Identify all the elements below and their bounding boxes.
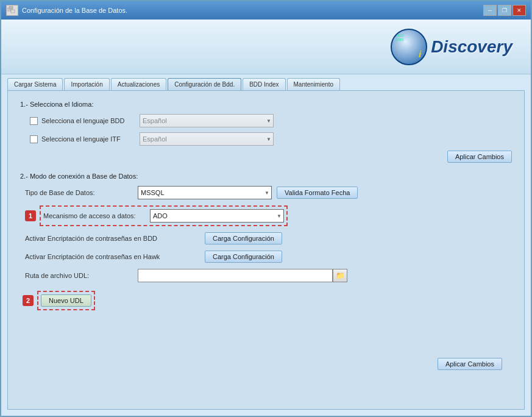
itf-language-label: Selecciona el lenguaje ITF [30, 135, 140, 143]
svg-rect-2 [11, 10, 15, 13]
header-area: 01101001 i Discovery [1, 20, 531, 74]
bdd-language-checkbox[interactable] [30, 117, 38, 125]
window-title: Configuración de la Base de Datos. [22, 7, 127, 14]
db-type-row: Tipo de Base de Datos: MSSQL MySQL Oracl… [25, 186, 512, 199]
access-mechanism-row: 1 Mecanismo de acceso a datos: ADO DAO O… [25, 205, 512, 226]
badge-1: 1 [25, 210, 36, 221]
tab-mantenimiento[interactable]: Mantenimiento [287, 78, 341, 90]
db-type-select[interactable]: MSSQL MySQL Oracle [138, 186, 272, 199]
logo-text: Discovery [431, 37, 512, 57]
title-bar: Configuración de la Base de Datos. ─ ❐ ✕ [1, 1, 531, 20]
udl-path-row: Ruta de archivo UDL: 📁 [25, 269, 512, 282]
close-button[interactable]: ✕ [512, 5, 526, 16]
udl-browse-button[interactable]: 📁 [333, 269, 347, 282]
logo-circle: 01101001 i [391, 29, 427, 65]
udl-input[interactable] [138, 269, 333, 282]
section2-title: 2.- Modo de conexión a Base de Datos: [20, 173, 512, 180]
logo-area: 01101001 i Discovery [391, 29, 512, 65]
restore-button[interactable]: ❐ [498, 5, 511, 16]
section1-apply-button[interactable]: Aplicar Cambios [447, 151, 512, 163]
bdd-language-select[interactable]: Español [140, 114, 274, 127]
validate-date-button[interactable]: Valida Formato Fecha [277, 187, 358, 199]
section2-apply-button[interactable]: Aplicar Cambios [438, 358, 502, 370]
encrypt-hawk-button[interactable]: Carga Configuración [205, 251, 282, 263]
encrypt-hawk-row: Activar Encriptación de contraseñas en H… [25, 251, 512, 263]
tab-importacion[interactable]: Importación [64, 78, 109, 90]
logo-bits: 01101001 [395, 34, 403, 42]
itf-language-row: Selecciona el lenguaje ITF Español [30, 132, 512, 146]
tab-actualizaciones[interactable]: Actualizaciones [111, 78, 166, 90]
db-type-label: Tipo de Base de Datos: [25, 189, 138, 196]
access-select-wrapper: ADO DAO ODBC [150, 209, 284, 223]
db-type-select-wrapper: MSSQL MySQL Oracle [138, 186, 272, 199]
logo-i-icon: i [419, 49, 421, 59]
nuevo-udl-row: 2 Nuevo UDL [23, 291, 512, 310]
itf-language-select-wrapper: Español [140, 132, 274, 146]
itf-language-select[interactable]: Español [140, 132, 274, 146]
udl-label: Ruta de archivo UDL: [25, 272, 138, 279]
badge-2: 2 [23, 295, 34, 306]
content-area: 1.- Selecciona el Idioma: Selecciona el … [7, 90, 525, 410]
svg-rect-1 [9, 6, 13, 9]
access-label: Mecanismo de acceso a datos: [43, 212, 150, 219]
section1-apply-row: Aplicar Cambios [20, 151, 512, 163]
title-bar-left: Configuración de la Base de Datos. [6, 5, 127, 16]
title-bar-buttons: ─ ❐ ✕ [483, 5, 526, 16]
tabs-bar: Cargar Sistema Importación Actualizacion… [1, 74, 531, 90]
main-window: Configuración de la Base de Datos. ─ ❐ ✕… [0, 0, 532, 417]
access-highlight-box: Mecanismo de acceso a datos: ADO DAO ODB… [40, 205, 288, 226]
spacer [20, 316, 512, 353]
itf-language-checkbox[interactable] [30, 135, 38, 143]
access-select[interactable]: ADO DAO ODBC [150, 209, 284, 223]
tab-cargar-sistema[interactable]: Cargar Sistema [7, 78, 63, 90]
encrypt-hawk-label: Activar Encriptación de contraseñas en H… [25, 253, 205, 260]
bdd-language-row: Selecciona el lenguaje BDD Español [30, 114, 512, 127]
tab-configuracion-bdd[interactable]: Configuración de Bdd. [168, 78, 241, 90]
nuevo-udl-highlight-box: Nuevo UDL [37, 291, 95, 310]
nuevo-udl-button[interactable]: Nuevo UDL [41, 294, 91, 307]
encrypt-bdd-label: Activar Encriptación de contraseñas en B… [25, 235, 205, 242]
bottom-bar: Aplicar Cambios [20, 353, 512, 375]
app-icon [6, 5, 18, 16]
bdd-language-label: Selecciona el lenguaje BDD [30, 117, 140, 125]
bdd-language-select-wrapper: Español [140, 114, 274, 127]
minimize-button[interactable]: ─ [483, 5, 497, 16]
encrypt-bdd-button[interactable]: Carga Configuración [205, 232, 282, 244]
section1-title: 1.- Selecciona el Idioma: [20, 101, 512, 108]
encrypt-bdd-row: Activar Encriptación de contraseñas en B… [25, 232, 512, 244]
tab-bdd-index[interactable]: BDD Index [243, 78, 285, 90]
